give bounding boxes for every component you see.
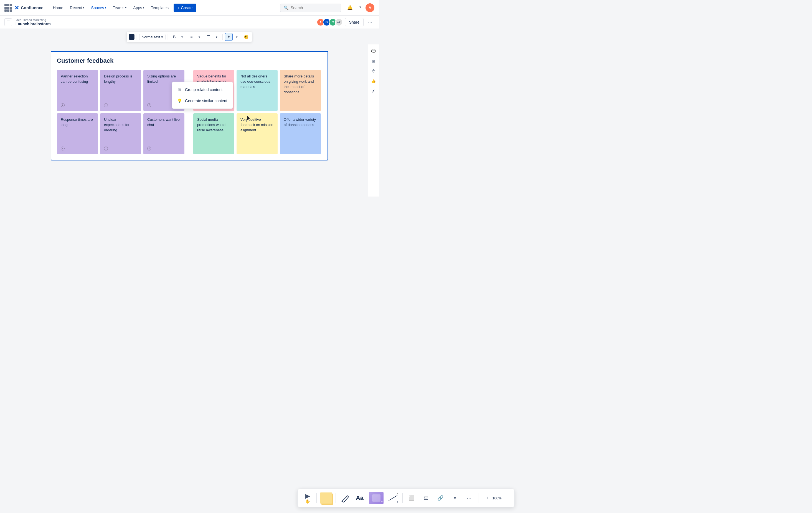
help-icon[interactable]: ? <box>355 3 365 12</box>
sticky-note-10[interactable]: Social media promotions would raise awar… <box>193 113 234 154</box>
collaborator-avatars: A B C +2 <box>317 18 343 26</box>
format-toolbar: Normal text ▾ B ▾ ≡ ▾ ☰ ▾ ✦ ▾ 😊 <box>126 32 252 42</box>
note-info-icon-3: i <box>147 103 151 107</box>
right-sidebar: 💬 ⊞ ⏱ 👍 ✗ <box>368 45 379 196</box>
generate-similar-icon: 💡 <box>177 98 182 104</box>
subnav-right: A B C +2 Share ··· <box>317 18 374 26</box>
note-info-icon-5: i <box>104 146 108 151</box>
note-text-8: Not all designers use eco-conscious mate… <box>240 74 274 107</box>
dropdown-item-generate[interactable]: 💡 Generate similar content <box>172 95 233 106</box>
sticky-note-5[interactable]: Unclear expectations for ordering i <box>100 113 141 154</box>
thumbsup-sidebar-btn[interactable]: 👍 <box>369 77 378 85</box>
emoji-button[interactable]: 😊 <box>242 33 250 41</box>
note-text-4: Response times are long <box>61 117 94 146</box>
sticky-note-9[interactable]: Share more details on giving work and th… <box>280 70 321 111</box>
group-content-icon: ⊞ <box>177 87 182 92</box>
align-button[interactable]: ☰ <box>205 33 212 41</box>
ai-group: ✦ ▾ <box>225 33 240 41</box>
bold-group: B ▾ <box>170 33 186 41</box>
ai-button[interactable]: ✦ <box>225 33 233 41</box>
note-text-1: Partner selection can be confusing <box>61 74 94 103</box>
confluence-logo[interactable]: ✕ Confluence <box>14 4 44 11</box>
confluence-x-icon: ✕ <box>14 4 19 11</box>
note-text-9: Share more details on giving work and th… <box>284 74 317 107</box>
toolbar-separator-1 <box>137 34 137 40</box>
timer-sidebar-btn[interactable]: ⏱ <box>369 66 378 76</box>
comment-sidebar-btn[interactable]: 💬 <box>369 47 378 56</box>
nav-home[interactable]: Home <box>50 4 66 12</box>
teams-caret-icon: ▾ <box>125 6 126 9</box>
more-options-button[interactable]: ··· <box>366 18 374 26</box>
nav-spaces[interactable]: Spaces ▾ <box>88 4 109 12</box>
note-text-11: Very positive feedback on mission alignm… <box>240 117 274 151</box>
search-container[interactable]: 🔍 <box>280 4 341 12</box>
dropdown-label-generate: Generate similar content <box>185 99 227 103</box>
share-button[interactable]: Share <box>345 18 364 26</box>
note-text-5: Unclear expectations for ordering <box>104 117 137 146</box>
nav-recent[interactable]: Recent ▾ <box>67 4 87 12</box>
note-info-icon-6: i <box>147 146 151 151</box>
bold-caret-button[interactable]: ▾ <box>178 33 186 41</box>
list-button[interactable]: ≡ <box>187 33 195 41</box>
color-picker-btn[interactable] <box>129 34 135 40</box>
breadcrumb-parent: Idea Thread Marketing <box>16 18 51 22</box>
align-group: ☰ ▾ <box>205 33 220 41</box>
breadcrumb: Idea Thread Marketing Launch brainstorm <box>16 18 51 26</box>
sticky-note-2[interactable]: Design process is lengthy i <box>100 70 141 111</box>
logo-area: ✕ Confluence <box>4 4 44 12</box>
sticky-note-11[interactable]: Very positive feedback on mission alignm… <box>237 113 278 154</box>
align-caret-button[interactable]: ▾ <box>212 33 220 41</box>
whiteboard-title: Customer feedback <box>57 57 322 64</box>
search-icon: 🔍 <box>284 5 288 10</box>
note-text-10: Social media promotions would raise awar… <box>197 117 230 151</box>
page-title: Launch brainstorm <box>16 22 51 26</box>
sticky-note-1[interactable]: Partner selection can be confusing i <box>57 70 98 111</box>
note-text-12: Offer a wider variety of donation option… <box>284 117 317 151</box>
user-avatar[interactable]: A <box>366 3 374 12</box>
search-input[interactable] <box>291 5 338 10</box>
ai-caret-button[interactable]: ▾ <box>233 33 240 41</box>
sticky-note-6[interactable]: Customers want live chat i <box>143 113 184 154</box>
sticky-note-4[interactable]: Response times are long i <box>57 113 98 154</box>
dropdown-item-group[interactable]: ⊞ Group related content <box>172 84 233 95</box>
avatar-overflow-count: +2 <box>335 18 343 26</box>
text-style-caret-icon: ▾ <box>161 35 163 39</box>
nav-apps[interactable]: Apps ▾ <box>130 4 147 12</box>
nav-icon-buttons: 🔔 ? A <box>346 3 374 12</box>
strike-sidebar-btn[interactable]: ✗ <box>369 87 378 96</box>
create-button[interactable]: + Create <box>174 4 196 12</box>
note-info-icon-4: i <box>61 146 65 151</box>
apps-caret-icon: ▾ <box>143 6 144 9</box>
note-text-2: Design process is lengthy <box>104 74 137 103</box>
canvas-area: Normal text ▾ B ▾ ≡ ▾ ☰ ▾ ✦ ▾ 😊 Customer… <box>0 29 379 219</box>
notifications-icon[interactable]: 🔔 <box>346 3 354 12</box>
sticky-note-12[interactable]: Offer a wider variety of donation option… <box>280 113 321 154</box>
context-dropdown-menu: ⊞ Group related content 💡 Generate simil… <box>172 82 233 109</box>
nav-teams[interactable]: Teams ▾ <box>110 4 129 12</box>
note-text-6: Customers want live chat <box>147 117 180 146</box>
note-info-icon-1: i <box>61 103 65 107</box>
sub-navigation: ☰ Idea Thread Marketing Launch brainstor… <box>0 16 379 29</box>
recent-caret-icon: ▾ <box>83 6 84 9</box>
bold-button[interactable]: B <box>170 33 178 41</box>
nav-links: Home Recent ▾ Spaces ▾ Teams ▾ Apps ▾ Te… <box>50 4 171 12</box>
dropdown-label-group: Group related content <box>185 87 223 92</box>
sidebar-toggle[interactable]: ☰ <box>4 18 12 26</box>
list-group: ≡ ▾ <box>187 33 203 41</box>
list-caret-button[interactable]: ▾ <box>195 33 203 41</box>
note-info-icon-2: i <box>104 103 108 107</box>
sticky-note-8[interactable]: Not all designers use eco-conscious mate… <box>237 70 278 111</box>
nav-templates[interactable]: Templates <box>148 4 171 12</box>
spaces-caret-icon: ▾ <box>105 6 106 9</box>
confluence-brand-name: Confluence <box>21 5 44 10</box>
top-navigation: ✕ Confluence Home Recent ▾ Spaces ▾ Team… <box>0 0 379 16</box>
left-notes-grid: Partner selection can be confusing i Des… <box>57 70 184 154</box>
apps-grid-icon[interactable] <box>4 4 12 12</box>
text-style-select[interactable]: Normal text ▾ <box>139 34 166 40</box>
table-sidebar-btn[interactable]: ⊞ <box>369 57 378 65</box>
